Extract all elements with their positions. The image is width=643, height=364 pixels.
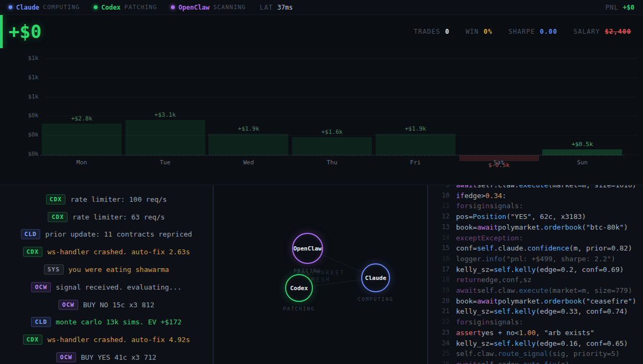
code-token: for <box>456 202 468 210</box>
log-entry: OCWBUY NO 15c x3 812 <box>0 296 213 314</box>
code-line-number: 13 <box>436 222 450 233</box>
code-panel: 9awaitself.claw.execute(market=m, size=1… <box>428 185 643 364</box>
code-token: Exception <box>481 234 519 242</box>
log-entry: CDXws-handler crashed. auto-fix 4.92s <box>0 331 213 348</box>
green-accent-bar <box>0 15 3 48</box>
y-axis-tick-label: $0k <box>0 112 39 119</box>
log-entry: CDXrate limiter: 63 req/s <box>0 208 213 226</box>
code-token: await <box>456 360 477 364</box>
x-axis-tick-label: Wed <box>208 159 288 166</box>
code-token: self <box>494 339 510 347</box>
log-entry: OCWsignal received. evaluating... <box>0 278 213 296</box>
code-token: self <box>477 244 494 252</box>
agent-status-text: PATCHING <box>124 4 157 11</box>
code-token: await <box>477 223 498 231</box>
code-line: 22forsiginsignals: <box>436 317 643 328</box>
pnl-value: +$0 <box>623 4 634 11</box>
code-token: : <box>519 234 523 242</box>
log-text: you were eating shawarma <box>69 266 169 274</box>
x-axis-tick-label: Tue <box>125 159 205 166</box>
code-token: polymarket. <box>498 297 544 305</box>
code-token: orderbook <box>544 223 581 231</box>
code-line-number: 9 <box>436 185 450 191</box>
code-token: (market=m, size=1010) <box>548 185 636 189</box>
mesh-node-sublabel: COMPUTING <box>343 297 408 302</box>
log-text: rate limiter: 63 req/s <box>72 213 165 221</box>
pnl-bar-fri <box>376 134 455 155</box>
code-line-content: book=awaitpolymarket.orderbook("btc-80k"… <box>456 222 628 233</box>
weekly-pnl-bar-chart: $1k$1k$1k$0k$0k$0k+$2.8kMon+$3.1kTue+$1.… <box>0 48 643 185</box>
code-token: except <box>456 234 481 242</box>
code-token: self <box>494 266 510 274</box>
code-token: self.codex. <box>477 360 523 364</box>
code-line: 23assertyes + no<1.00, "arb exists" <box>436 328 643 338</box>
agent-status-text: SCANNING <box>213 4 246 11</box>
code-token: return <box>456 276 481 284</box>
code-token: ("btc-80k") <box>582 223 628 231</box>
chart-gridline <box>46 78 637 78</box>
log-badge-ocw: OCW <box>58 300 78 310</box>
bar-value-label: +$2.8k <box>42 115 122 122</box>
code-line-content: self.claw.route_signal(sig, priority=5) <box>456 348 619 359</box>
stats-row: TRADES0WIN0%SHARPE0.00SALARY$2,400 <box>414 28 631 35</box>
code-line: 20book=awaitpolymarket.orderbook("ceasef… <box>436 296 643 307</box>
code-line-content: conf=self.claude.confidence(m, prior=0.8… <box>456 243 632 254</box>
agent-name: Claude <box>16 4 39 11</box>
code-line-content: logger.info("pnl: +$499, sharpe: 2.2") <box>456 254 615 264</box>
pnl-bar-thu <box>292 137 372 155</box>
log-badge-cld: CLD <box>21 229 41 239</box>
code-token: await <box>477 297 498 305</box>
stat-value: 0.00 <box>540 28 557 35</box>
log-text: ws-handler crashed. auto-fix 2.63s <box>47 248 190 256</box>
code-line-content: kelly_sz=self.kelly(edge=0.2, conf=0.69) <box>456 264 624 275</box>
code-line-number: 19 <box>436 285 450 296</box>
code-token: signals: <box>490 202 524 210</box>
log-text: ws-handler crashed. auto-fix 4.92s <box>47 336 190 344</box>
code-line: 12pos=Position("YES", 62c, x3183) <box>436 211 643 222</box>
x-axis-tick-label: Fri <box>376 159 455 166</box>
code-token: ("pnl: +$499, sharpe: 2.2") <box>502 255 615 263</box>
chart-gridline <box>46 97 637 97</box>
code-line-number: 24 <box>436 338 450 349</box>
code-token: assert <box>456 329 481 337</box>
code-line-content: kelly_sz=self.kelly(edge=0.33, conf=0.74… <box>456 306 628 317</box>
stat-trades: TRADES0 <box>414 28 450 35</box>
agent-status-text: COMPUTING <box>43 4 80 11</box>
code-line-number: 18 <box>436 275 450 285</box>
code-token: (market=m, size=779) <box>548 286 632 294</box>
code-token: signals: <box>490 318 524 326</box>
code-token: orderbook <box>544 297 581 305</box>
code-line-content: ifedge>0.34: <box>456 191 506 201</box>
bar-value-label: +$1.6k <box>292 128 372 135</box>
code-line-number: 16 <box>436 254 450 264</box>
log-badge-cdx: CDX <box>23 335 43 345</box>
code-token: sig <box>468 202 481 210</box>
code-token: (edge=0.33, conf=0.74) <box>536 307 628 315</box>
code-token: kelly <box>515 339 536 347</box>
code-token: (m, prior=0.82) <box>569 244 632 252</box>
code-line: 18returnedge,conf,sz <box>436 275 643 285</box>
code-token: 1.00 <box>519 329 535 337</box>
code-line-number: 21 <box>436 306 450 317</box>
agent-status-claude: ClaudeCOMPUTING <box>9 4 80 11</box>
code-line-number: 17 <box>436 264 450 275</box>
y-axis-tick-label: $0k <box>0 150 39 157</box>
code-token: in <box>481 202 490 210</box>
stat-value: 0% <box>484 28 492 35</box>
code-line-content: awaitself.codex.auto_fix(e) <box>456 359 569 364</box>
code-token: await <box>456 185 477 189</box>
code-token: , "arb exists" <box>536 329 595 337</box>
pnl-bar-wed <box>208 134 288 155</box>
code-token: Position <box>473 213 506 221</box>
code-token: logger. <box>456 255 485 263</box>
code-token: await <box>456 286 477 294</box>
stat-salary: SALARY$2,400 <box>573 28 631 35</box>
log-entry: CLDmonte carlo 13k sims. EV +$172 <box>0 314 213 331</box>
log-entry: CDXws-handler crashed. auto-fix 2.63s <box>0 243 213 261</box>
summary-header: +$0 TRADES0WIN0%SHARPE0.00SALARY$2,400 <box>0 15 643 48</box>
stat-sharpe: SHARPE0.00 <box>509 28 557 35</box>
chart-gridline <box>46 58 637 59</box>
mesh-node-sublabel: PRICING <box>275 268 340 274</box>
code-line: 16logger.info("pnl: +$499, sharpe: 2.2") <box>436 254 643 264</box>
pnl-bar-mon <box>42 124 122 155</box>
